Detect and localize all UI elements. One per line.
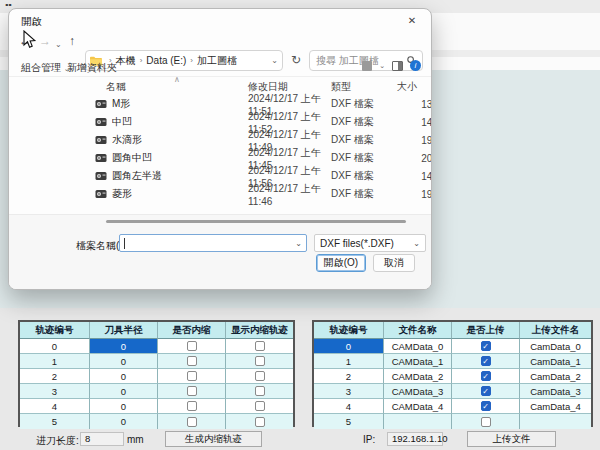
tool-radius-cell[interactable]: 0 bbox=[90, 399, 158, 414]
checkbox-unchecked-icon[interactable] bbox=[187, 401, 197, 411]
filetype-select[interactable]: DXF files(*.DXF) ⌄ bbox=[314, 234, 426, 252]
filename-input[interactable]: ⌄ bbox=[119, 234, 307, 252]
upload-name-cell[interactable]: CamData_3 bbox=[520, 384, 591, 399]
table-header-cell: 轨迹编号 bbox=[314, 322, 384, 339]
checkbox-unchecked-icon[interactable] bbox=[255, 371, 265, 381]
track-id-cell[interactable]: 1 bbox=[20, 354, 90, 369]
track-id-cell[interactable]: 0 bbox=[20, 339, 90, 354]
checkbox-unchecked-icon[interactable] bbox=[255, 386, 265, 396]
track-id-cell[interactable]: 3 bbox=[314, 384, 384, 399]
checkbox-checked-icon[interactable]: ✓ bbox=[481, 341, 491, 351]
inset-enabled-cell[interactable] bbox=[158, 384, 226, 399]
open-button[interactable]: 開啟(O) bbox=[316, 254, 366, 272]
track-id-cell[interactable]: 5 bbox=[20, 414, 90, 429]
file-row[interactable]: 菱形2024/12/17 上午 11:46DXF 檔案196 bbox=[9, 185, 431, 203]
upload-name-cell[interactable]: CamData_1 bbox=[520, 354, 591, 369]
upload-name-cell[interactable] bbox=[520, 414, 591, 429]
upload-name-cell[interactable]: CamData_2 bbox=[520, 369, 591, 384]
track-id-cell[interactable]: 3 bbox=[20, 384, 90, 399]
file-row[interactable]: 水滴形2024/12/17 上午 11:49DXF 檔案198 bbox=[9, 131, 431, 149]
checkbox-unchecked-icon[interactable] bbox=[255, 341, 265, 351]
preview-pane-icon[interactable] bbox=[392, 61, 403, 71]
tool-radius-cell[interactable]: 0 bbox=[90, 339, 158, 354]
ip-address-input[interactable]: 192.168.1.10 bbox=[387, 432, 443, 446]
upload-name-cell[interactable]: CamData_0 bbox=[520, 339, 591, 354]
checkbox-unchecked-icon[interactable] bbox=[255, 417, 265, 427]
checkbox-checked-icon[interactable]: ✓ bbox=[481, 401, 491, 411]
checkbox-checked-icon[interactable]: ✓ bbox=[481, 371, 491, 381]
track-id-cell[interactable]: 4 bbox=[20, 399, 90, 414]
generate-inset-path-button[interactable]: 生成内缩轨迹 bbox=[165, 431, 262, 447]
file-name-cell[interactable]: CAMData_1 bbox=[384, 354, 452, 369]
track-id-cell[interactable]: 5 bbox=[314, 414, 384, 429]
view-mode-icon[interactable] bbox=[362, 61, 372, 71]
file-row[interactable]: 圓角中凹2024/12/17 上午 11:45DXF 檔案201 bbox=[9, 149, 431, 167]
up-icon[interactable]: ↑ bbox=[69, 33, 75, 49]
feed-length-input[interactable]: 8 bbox=[80, 432, 124, 446]
checkbox-unchecked-icon[interactable] bbox=[481, 417, 491, 427]
file-type: DXF 檔案 bbox=[331, 169, 392, 183]
show-inset-path-cell[interactable] bbox=[226, 339, 293, 354]
inset-enabled-cell[interactable] bbox=[158, 399, 226, 414]
view-chevron-down-icon[interactable]: ⌄ bbox=[379, 62, 385, 70]
show-inset-path-cell[interactable] bbox=[226, 399, 293, 414]
show-inset-path-cell[interactable] bbox=[226, 354, 293, 369]
upload-enabled-cell[interactable]: ✓ bbox=[452, 384, 520, 399]
checkbox-unchecked-icon[interactable] bbox=[255, 401, 265, 411]
checkbox-unchecked-icon[interactable] bbox=[187, 371, 197, 381]
tool-radius-cell[interactable]: 0 bbox=[90, 354, 158, 369]
show-inset-path-cell[interactable] bbox=[226, 369, 293, 384]
column-header-type[interactable]: 類型 bbox=[331, 80, 351, 94]
horizontal-scrollbar[interactable] bbox=[106, 220, 406, 223]
file-name-cell[interactable]: CAMData_3 bbox=[384, 384, 452, 399]
checkbox-unchecked-icon[interactable] bbox=[255, 356, 265, 366]
track-id-cell[interactable]: 0 bbox=[314, 339, 384, 354]
inset-enabled-cell[interactable] bbox=[158, 354, 226, 369]
checkbox-checked-icon[interactable]: ✓ bbox=[481, 386, 491, 396]
upload-enabled-cell[interactable]: ✓ bbox=[452, 369, 520, 384]
inset-enabled-cell[interactable] bbox=[158, 414, 226, 429]
checkbox-unchecked-icon[interactable] bbox=[187, 341, 197, 351]
track-id-cell[interactable]: 2 bbox=[20, 369, 90, 384]
organize-button[interactable]: 組合管理 ⌄ bbox=[21, 61, 70, 75]
mouse-cursor bbox=[23, 30, 37, 49]
table-row: 0CAMData_0✓CamData_0 bbox=[314, 339, 591, 354]
upload-enabled-cell[interactable]: ✓ bbox=[452, 399, 520, 414]
checkbox-unchecked-icon[interactable] bbox=[187, 386, 197, 396]
file-name-cell[interactable]: CAMData_0 bbox=[384, 339, 452, 354]
track-id-cell[interactable]: 1 bbox=[314, 354, 384, 369]
tool-radius-cell[interactable]: 0 bbox=[90, 369, 158, 384]
cancel-button[interactable]: 取消 bbox=[373, 254, 415, 272]
upload-name-cell[interactable]: CamData_4 bbox=[520, 399, 591, 414]
forward-icon[interactable]: → bbox=[39, 33, 51, 49]
new-folder-button[interactable]: 新增資料夾 bbox=[67, 61, 117, 75]
upload-file-button[interactable]: 上传文件 bbox=[467, 431, 556, 447]
file-name-cell[interactable]: CAMData_2 bbox=[384, 369, 452, 384]
checkbox-checked-icon[interactable]: ✓ bbox=[481, 356, 491, 366]
file-name-cell[interactable] bbox=[384, 414, 452, 429]
file-name-cell[interactable]: CAMData_4 bbox=[384, 399, 452, 414]
file-row[interactable]: 中凹2024/12/17 上午 11:52DXF 檔案142 bbox=[9, 113, 431, 131]
checkbox-unchecked-icon[interactable] bbox=[187, 417, 197, 427]
inset-enabled-cell[interactable] bbox=[158, 369, 226, 384]
inset-enabled-cell[interactable] bbox=[158, 339, 226, 354]
info-icon[interactable]: i bbox=[410, 60, 421, 71]
show-inset-path-cell[interactable] bbox=[226, 414, 293, 429]
upload-enabled-cell[interactable]: ✓ bbox=[452, 354, 520, 369]
dxf-file-icon bbox=[95, 153, 107, 163]
file-row[interactable]: M形2024/12/17 上午 11:51DXF 檔案137 bbox=[9, 95, 431, 113]
column-header-name[interactable]: 名稱 bbox=[106, 80, 126, 94]
tool-radius-cell[interactable]: 0 bbox=[90, 414, 158, 429]
checkbox-unchecked-icon[interactable] bbox=[187, 356, 197, 366]
show-inset-path-cell[interactable] bbox=[226, 384, 293, 399]
filename-chevron-down-icon[interactable]: ⌄ bbox=[295, 239, 302, 248]
close-icon[interactable]: ✕ bbox=[403, 13, 421, 29]
column-header-size[interactable]: 大小 bbox=[377, 80, 417, 94]
recent-locations-icon[interactable]: ⌄ bbox=[55, 37, 62, 53]
track-id-cell[interactable]: 4 bbox=[314, 399, 384, 414]
file-row[interactable]: 圓角左半邊2024/12/17 上午 11:56DXF 檔案146 bbox=[9, 167, 431, 185]
track-id-cell[interactable]: 2 bbox=[314, 369, 384, 384]
tool-radius-cell[interactable]: 0 bbox=[90, 384, 158, 399]
upload-enabled-cell[interactable] bbox=[452, 414, 520, 429]
upload-enabled-cell[interactable]: ✓ bbox=[452, 339, 520, 354]
